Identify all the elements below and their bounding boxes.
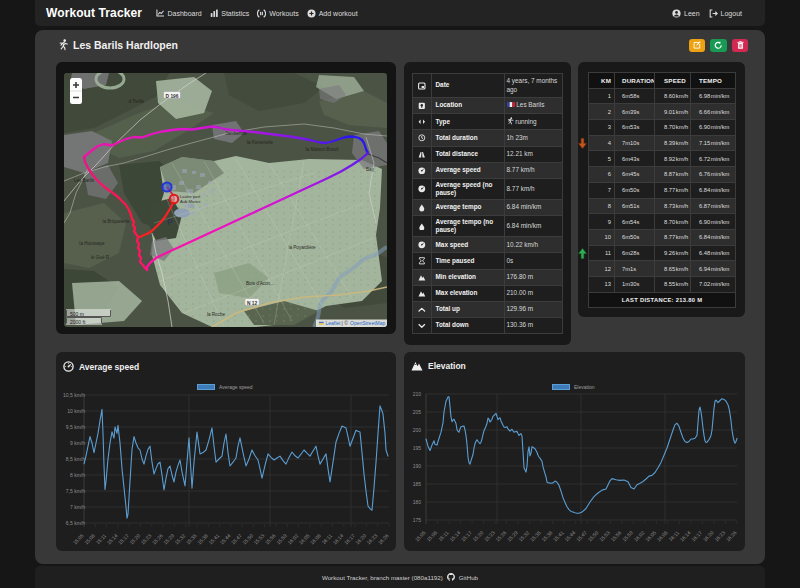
svg-text:16:11: 16:11 xyxy=(667,529,680,542)
svg-text:16:08: 16:08 xyxy=(656,529,669,542)
svg-text:15:50: 15:50 xyxy=(586,529,599,542)
svg-text:8 km/h: 8 km/h xyxy=(70,472,85,478)
svg-text:9 km/h: 9 km/h xyxy=(70,440,85,446)
svg-text:15:29: 15:29 xyxy=(162,532,175,545)
svg-text:P: P xyxy=(167,217,173,227)
svg-text:OpenStreetMap: OpenStreetMap xyxy=(350,320,386,326)
svg-text:Les Barils: Les Barils xyxy=(74,178,95,183)
svg-text:10,5 km/h: 10,5 km/h xyxy=(63,392,85,398)
svg-text:N 12: N 12 xyxy=(247,301,257,306)
svg-text:15:35: 15:35 xyxy=(529,529,542,542)
svg-text:15:20: 15:20 xyxy=(471,529,484,542)
svg-text:16:23: 16:23 xyxy=(365,532,378,545)
svg-text:16:11: 16:11 xyxy=(320,532,333,545)
svg-text:d Trella: d Trella xyxy=(128,99,144,104)
svg-text:Aub Mares: Aub Mares xyxy=(180,199,200,204)
svg-text:16:05: 16:05 xyxy=(298,532,311,545)
svg-text:7 km/h: 7 km/h xyxy=(70,504,85,510)
svg-text:16:17: 16:17 xyxy=(343,532,356,545)
svg-text:16:20: 16:20 xyxy=(354,532,367,545)
svg-text:la Poyardière: la Poyardière xyxy=(288,245,316,250)
svg-text:15:56: 15:56 xyxy=(264,532,277,545)
svg-text:15:23: 15:23 xyxy=(483,529,496,542)
svg-text:210: 210 xyxy=(413,391,422,397)
svg-text:15:11: 15:11 xyxy=(94,532,107,545)
svg-text:16:08: 16:08 xyxy=(309,532,322,545)
svg-text:15:26: 15:26 xyxy=(151,532,164,545)
svg-text:15:32: 15:32 xyxy=(173,532,186,545)
svg-text:15:47: 15:47 xyxy=(230,532,243,545)
svg-text:15:11: 15:11 xyxy=(437,529,450,542)
svg-text:15:26: 15:26 xyxy=(494,529,507,542)
svg-text:15:35: 15:35 xyxy=(185,532,198,545)
svg-text:15:08: 15:08 xyxy=(425,529,438,542)
svg-text:16:02: 16:02 xyxy=(633,529,646,542)
svg-text:15:53: 15:53 xyxy=(252,532,265,545)
svg-text:16:26: 16:26 xyxy=(725,529,738,542)
svg-text:16:23: 16:23 xyxy=(713,529,726,542)
svg-text:le Gué R: le Gué R xyxy=(91,255,110,260)
svg-text:16:17: 16:17 xyxy=(690,529,703,542)
svg-text:la Houssaye: la Houssaye xyxy=(79,241,105,246)
svg-text:15:38: 15:38 xyxy=(540,529,553,542)
svg-text:| ©: | © xyxy=(342,320,349,326)
svg-text:15:14: 15:14 xyxy=(448,529,461,542)
svg-text:15:41: 15:41 xyxy=(207,532,220,545)
svg-text:15:23: 15:23 xyxy=(139,532,152,545)
svg-text:15:56: 15:56 xyxy=(609,529,622,542)
svg-text:15:44: 15:44 xyxy=(563,529,576,542)
svg-text:la Maison Brault: la Maison Brault xyxy=(306,147,340,152)
svg-text:Bay: Bay xyxy=(366,167,375,172)
svg-text:15:53: 15:53 xyxy=(598,529,611,542)
svg-text:15:41: 15:41 xyxy=(552,529,565,542)
svg-text:16:14: 16:14 xyxy=(679,529,692,542)
svg-text:15:59: 15:59 xyxy=(621,529,634,542)
svg-text:180: 180 xyxy=(413,499,422,505)
svg-text:Jamberras: Jamberras xyxy=(225,131,247,136)
svg-text:15:14: 15:14 xyxy=(106,532,119,545)
svg-text:195: 195 xyxy=(413,445,422,451)
svg-text:9,5 km/h: 9,5 km/h xyxy=(66,424,85,430)
svg-text:205: 205 xyxy=(413,409,422,415)
svg-text:15:05: 15:05 xyxy=(414,529,427,542)
svg-text:16:14: 16:14 xyxy=(331,532,344,545)
svg-text:15:32: 15:32 xyxy=(517,529,530,542)
svg-text:la Briqueterie: la Briqueterie xyxy=(102,219,130,224)
svg-text:10 km/h: 10 km/h xyxy=(67,408,85,414)
svg-text:15:20: 15:20 xyxy=(128,532,141,545)
svg-text:16:26: 16:26 xyxy=(377,532,390,545)
svg-text:185: 185 xyxy=(413,481,422,487)
svg-text:6,5 km/h: 6,5 km/h xyxy=(66,520,85,526)
svg-text:15:59: 15:59 xyxy=(275,532,288,545)
svg-text:16:05: 16:05 xyxy=(644,529,657,542)
svg-text:la Roche: la Roche xyxy=(207,312,226,317)
svg-text:D 196: D 196 xyxy=(166,94,179,99)
svg-text:200: 200 xyxy=(413,427,422,433)
svg-text:Leaflet: Leaflet xyxy=(326,320,342,326)
svg-text:500 m: 500 m xyxy=(70,311,84,317)
svg-text:190: 190 xyxy=(413,463,422,469)
svg-text:8,5 km/h: 8,5 km/h xyxy=(66,456,85,462)
svg-text:16:02: 16:02 xyxy=(286,532,299,545)
svg-text:2000 ft: 2000 ft xyxy=(70,319,86,325)
svg-text:175: 175 xyxy=(413,517,422,523)
svg-text:la Fontenelle: la Fontenelle xyxy=(247,140,274,145)
svg-text:15:38: 15:38 xyxy=(196,532,209,545)
svg-text:7,5 km/h: 7,5 km/h xyxy=(66,488,85,494)
svg-text:15:47: 15:47 xyxy=(575,529,588,542)
svg-text:15:05: 15:05 xyxy=(72,532,85,545)
svg-text:15:17: 15:17 xyxy=(117,532,130,545)
svg-text:15:44: 15:44 xyxy=(219,532,232,545)
svg-text:Bois d'Acon...: Bois d'Acon... xyxy=(246,281,274,286)
svg-text:15:50: 15:50 xyxy=(241,532,254,545)
svg-text:15:17: 15:17 xyxy=(460,529,473,542)
svg-text:15:08: 15:08 xyxy=(83,532,96,545)
svg-text:16:20: 16:20 xyxy=(702,529,715,542)
svg-text:15:29: 15:29 xyxy=(506,529,519,542)
